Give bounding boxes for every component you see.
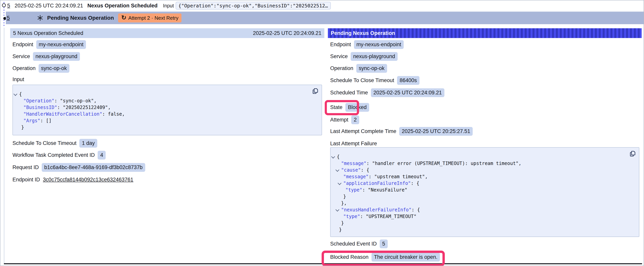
json-code-line: "applicationFailureInfo": { <box>330 180 639 187</box>
field-value-badge: nexus-playground <box>351 52 398 61</box>
field-row-scheduled-time: Scheduled Time 2025-02-25 UTC 20:24:09.2… <box>330 87 444 98</box>
event-id-link[interactable]: 5 <box>7 3 12 9</box>
attempt-retry-badge-label: Attempt 2 · Next Retry <box>128 15 178 21</box>
field-label: Operation <box>12 65 36 71</box>
json-code-line: "type": "NexusFailure" <box>330 187 639 193</box>
json-code-line: }, <box>330 200 639 206</box>
field-label: Scheduled Time <box>330 90 368 96</box>
scheduled-panel-timestamp: 2025-02-25 UTC 20:24:09.21 <box>253 30 322 36</box>
field-label: Request ID <box>12 164 39 170</box>
json-code-line: } <box>330 226 639 233</box>
field-label: Workflow Task Completed Event ID <box>12 152 95 158</box>
field-label: Service <box>12 54 30 60</box>
field-value-badge: 2025-02-25 UTC 20:25:27.51 <box>399 127 473 136</box>
event-row-nexus-operation-scheduled[interactable]: 5 2025-02-25 UTC 20:24:09.21 Nexus Opera… <box>6 1 644 11</box>
field-label: Service <box>330 54 348 60</box>
field-value-badge: 2 <box>351 115 359 124</box>
pending-panel-title: Pending Nexus Operation <box>331 30 395 36</box>
field-row-endpoint: Endpoint my-nexus-endpoint <box>12 39 86 50</box>
json-code-line: "nexusHandlerFailureInfo": { <box>330 206 639 213</box>
json-code-line: { <box>13 91 322 98</box>
retry-icon: ↻ <box>121 15 126 21</box>
field-value-badge: sync-op-ok <box>356 64 387 73</box>
scheduled-panel-title: 5 Nexus Operation Scheduled <box>13 30 83 36</box>
json-code-line: } <box>330 193 639 200</box>
field-value-badge: 1 day <box>79 139 97 148</box>
json-code-line: "HandlerWaitForCancellation": false, <box>13 111 322 117</box>
field-row-endpoint: Endpoint my-nexus-endpoint <box>330 39 404 50</box>
scheduled-panel-header: 5 Nexus Operation Scheduled 2025-02-25 U… <box>10 28 324 38</box>
json-code-line: } <box>13 124 322 131</box>
field-row-service: Service nexus-playground <box>330 51 398 62</box>
json-code-line: "Args": [] <box>13 117 322 124</box>
event-input-label: Input <box>163 3 174 9</box>
field-row-service: Service nexus-playground <box>12 51 80 62</box>
event-timestamp: 2025-02-25 UTC 20:24:09.21 <box>14 3 83 9</box>
field-value-badge: sync-op-ok <box>38 64 70 73</box>
field-row-operation: Operation sync-op-ok <box>330 63 387 74</box>
event-row-pending-nexus-operation[interactable]: 5 Pending Nexus Operation ↻ Attempt 2 · … <box>6 12 644 24</box>
field-value-badge: my-nexus-endpoint <box>36 40 86 49</box>
field-row-workflow-task-completed-event-id: Workflow Task Completed Event ID 4 <box>12 150 106 160</box>
workflow-event-history-screen: 5 2025-02-25 UTC 20:24:09.21 Nexus Opera… <box>0 0 644 266</box>
endpoint-id-link[interactable]: 3c0c75ccfa8144b092c13ce632463761 <box>43 177 133 183</box>
field-value-badge: 2025-02-25 UTC 20:24:09.21 <box>371 88 444 97</box>
field-value-badge: 5 <box>380 239 388 248</box>
json-code-line: "type": "UPSTREAM_TIMEOUT" <box>330 213 639 220</box>
pending-operation-detail-panel: Pending Nexus Operation Endpoint my-nexu… <box>328 28 642 264</box>
field-row-operation: Operation sync-op-ok <box>12 63 70 74</box>
field-row-endpoint-id: Endpoint ID 3c0c75ccfa8144b092c13ce63246… <box>12 174 133 185</box>
field-row-request-id: Request ID b1c6a4bc-8ee7-468a-9169-df3b0… <box>12 162 145 173</box>
field-row-scheduled-event-id: Scheduled Event ID 5 <box>330 238 388 249</box>
field-label: Scheduled Event ID <box>330 241 377 247</box>
field-label: Attempt <box>330 117 348 123</box>
field-label: Operation <box>330 65 354 71</box>
json-code-line: "cause": { <box>330 167 639 173</box>
field-label: Endpoint <box>12 42 33 48</box>
input-section-label: Input <box>12 74 24 85</box>
attempt-retry-badge: ↻ Attempt 2 · Next Retry <box>118 14 182 23</box>
input-json-viewer: {"Operation": "sync-op-ok","BusinessID":… <box>12 85 322 135</box>
json-code-line: "Operation": "sync-op-ok", <box>13 98 322 104</box>
field-value-badge: 4 <box>98 151 106 159</box>
field-label: Endpoint <box>330 42 351 48</box>
pending-panel-header: Pending Nexus Operation <box>328 28 642 38</box>
field-row-attempt: Attempt 2 <box>330 114 359 125</box>
pending-event-title: Pending Nexus Operation <box>47 15 114 21</box>
field-value-badge: b1c6a4bc-8ee7-468a-9169-df3b02c8737b <box>42 163 145 172</box>
json-code-line: "BusinessID": "20250225122409", <box>13 104 322 111</box>
field-row-last-attempt-complete-time: Last Attempt Complete Time 2025-02-25 UT… <box>330 126 473 137</box>
field-label: Schedule To Close Timeout <box>12 140 76 146</box>
blocked-reason-annotation-highlight <box>322 250 445 266</box>
field-label: Endpoint ID <box>12 177 40 183</box>
event-title: Nexus Operation Scheduled <box>87 3 158 9</box>
field-row-schedule-to-close-timeout: Schedule To Close Timeout 86400s <box>330 75 420 86</box>
field-label: Last Attempt Complete Time <box>330 128 396 134</box>
state-annotation-highlight <box>325 100 359 115</box>
json-code-line: "message": "upstream timeout", <box>330 173 639 180</box>
json-code-line: } <box>330 220 639 226</box>
event-input-preview-chip: {"Operation":"sync-op-ok","BusinessID":"… <box>176 2 331 10</box>
pending-asterisk-icon <box>37 15 43 21</box>
field-value-badge: my-nexus-endpoint <box>354 40 404 49</box>
scheduled-event-detail-panel: 5 Nexus Operation Scheduled 2025-02-25 U… <box>10 28 324 264</box>
field-value-badge: nexus-playground <box>33 52 80 61</box>
field-label: Schedule To Close Timeout <box>330 77 394 84</box>
details-left-border <box>4 28 4 264</box>
json-code-line: { <box>330 153 639 160</box>
field-value-badge: 86400s <box>397 76 420 85</box>
field-row-schedule-to-close-timeout: Schedule To Close Timeout 1 day <box>12 138 97 148</box>
event-id-link[interactable]: 5 <box>7 15 11 21</box>
json-code-line: "message": "handler error (UPSTREAM_TIME… <box>330 160 639 167</box>
timeline-start-icon <box>2 3 6 7</box>
failure-json-viewer: {"message": "handler error (UPSTREAM_TIM… <box>330 147 639 237</box>
